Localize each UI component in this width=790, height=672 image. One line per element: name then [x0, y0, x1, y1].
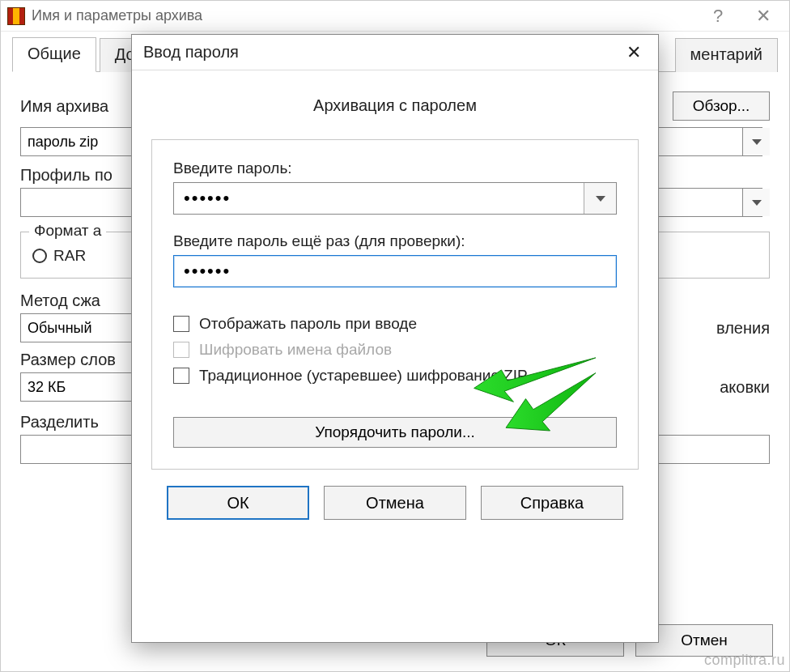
label-archive-name: Имя архива [20, 97, 108, 116]
modal-buttons: ОК Отмена Справка [151, 470, 639, 530]
right-trunc-pack: аковки [720, 378, 770, 397]
radio-icon [32, 249, 47, 263]
password-input[interactable] [174, 183, 584, 214]
bgwin-title: Имя и параметры архива [32, 7, 695, 24]
check-encrypt-names-label: Шифровать имена файлов [199, 341, 392, 359]
password-group: Введите пароль: Введите пароль ещё раз (… [151, 139, 639, 470]
label-repeat-password: Введите пароль ещё раз (для проверки): [173, 232, 617, 250]
archive-name-dropdown[interactable] [742, 128, 770, 155]
password-repeat-input[interactable] [174, 256, 616, 287]
help-button[interactable]: ? [695, 1, 741, 32]
password-options: Отображать пароль при вводе Шифровать им… [173, 315, 617, 385]
password-repeat-field-wrap [173, 255, 617, 287]
chevron-down-icon [752, 139, 762, 145]
radio-rar-label: RAR [53, 247, 86, 265]
close-bgwin-button[interactable]: ✕ [741, 1, 786, 32]
chevron-down-icon [596, 196, 605, 202]
check-encrypt-names-row: Шифровать имена файлов [173, 341, 617, 359]
check-legacy-zip-row[interactable]: Традиционное (устаревшее) шифрование ZIP [173, 367, 617, 385]
password-dialog: Ввод пароля ✕ Архивация с паролем Введит… [131, 34, 659, 643]
format-group-title: Формат а [29, 222, 106, 240]
browse-button[interactable]: Обзор... [673, 91, 770, 121]
modal-help-button[interactable]: Справка [481, 486, 623, 520]
chevron-down-icon [752, 200, 762, 206]
modal-cancel-button[interactable]: Отмена [324, 486, 466, 520]
checkbox-icon [173, 316, 189, 332]
modal-titlebar: Ввод пароля ✕ [132, 35, 658, 70]
checkbox-icon [173, 368, 189, 384]
bgwin-titlebar: Имя и параметры архива ? ✕ [1, 1, 789, 32]
tab-comment[interactable]: ментарий [675, 38, 778, 72]
checkbox-icon [173, 342, 189, 358]
method-select[interactable] [20, 313, 134, 342]
tab-general[interactable]: Общие [12, 37, 96, 72]
check-show-password-row[interactable]: Отображать пароль при вводе [173, 315, 617, 333]
check-show-password-label: Отображать пароль при вводе [199, 315, 417, 333]
organize-passwords-button[interactable]: Упорядочить пароли... [173, 417, 617, 448]
modal-title: Ввод пароля [143, 43, 616, 62]
modal-body: Архивация с паролем Введите пароль: Введ… [132, 70, 658, 642]
profile-dropdown[interactable] [742, 189, 770, 216]
password-history-dropdown[interactable] [584, 183, 616, 214]
dict-select[interactable] [20, 372, 134, 402]
modal-subtitle: Архивация с паролем [151, 96, 639, 115]
modal-ok-button[interactable]: ОК [167, 486, 309, 520]
watermark: complitra.ru [704, 652, 785, 669]
label-enter-password: Введите пароль: [173, 159, 617, 177]
close-modal-button[interactable]: ✕ [616, 36, 652, 69]
winrar-icon [7, 7, 25, 25]
password-field-wrap [173, 182, 617, 215]
check-legacy-zip-label: Традиционное (устаревшее) шифрование ZIP [199, 367, 528, 385]
right-trunc-update: вления [716, 319, 770, 338]
